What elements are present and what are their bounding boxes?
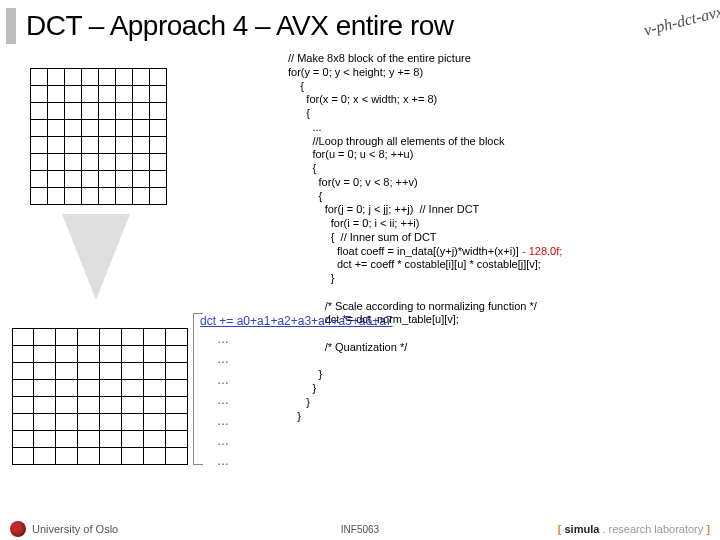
bottom-8x8-grid — [12, 328, 187, 464]
ellipsis-rows: ………………… — [217, 329, 231, 472]
slide-body: dct += a0+a1+a2+a3+a4+a5+a6+a7 ………………… /… — [0, 44, 720, 504]
slide-footer: University of Oslo INF5063 [ simula . re… — [0, 518, 720, 540]
funnel-arrow — [62, 214, 130, 300]
footer-center: INF5063 — [341, 524, 379, 535]
slide-title: DCT – Approach 4 – AVX entire row — [26, 10, 454, 42]
top-8x8-grid — [30, 68, 166, 204]
footer-left: University of Oslo — [10, 521, 118, 537]
university-label: University of Oslo — [32, 523, 118, 535]
bracket-indicator — [193, 313, 203, 465]
slide-title-row: DCT – Approach 4 – AVX entire row — [0, 0, 720, 44]
code-block: // Make 8x8 block of the entire picture … — [288, 52, 708, 423]
university-seal-icon — [10, 521, 26, 537]
footer-right: [ simula . research laboratory ] — [558, 523, 710, 535]
title-accent-bar — [6, 8, 16, 44]
